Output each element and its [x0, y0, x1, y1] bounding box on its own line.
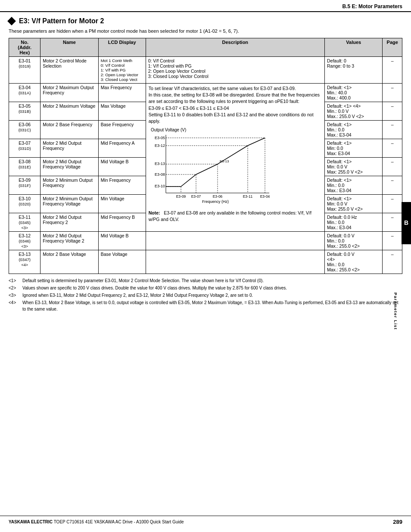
row-addr: E3-04(031A) — [9, 84, 40, 102]
footnote-3: <3> Ignored when E3-11, Motor 2 Mid Outp… — [9, 292, 402, 299]
col-header-addr: No.(Addr.Hex) — [9, 38, 40, 57]
row-lcd: Min Frequency — [98, 176, 146, 195]
row-name: Motor 2 Control Mode Selection — [40, 57, 98, 84]
row-lcd: Mid Voltage B — [98, 158, 146, 176]
sidebar-tab: B — [402, 202, 411, 244]
row-page: – — [383, 232, 402, 250]
params-table: No.(Addr.Hex) Name LCD Display Descripti… — [9, 38, 402, 274]
row-name: Motor 2 Maximum Voltage — [40, 102, 98, 121]
row-addr: E3-06(031C) — [9, 121, 40, 139]
svg-text:Output Voltage (V): Output Voltage (V) — [151, 128, 186, 132]
main-content: E3: V/f Pattern for Motor 2 These parame… — [0, 12, 411, 317]
row-name: Motor 2 Mid Output Frequency Voltage — [40, 158, 98, 176]
svg-text:Frequency (Hz): Frequency (Hz) — [202, 199, 229, 204]
row-lcd: Max Voltage — [98, 102, 146, 121]
svg-text:E3-08: E3-08 — [155, 172, 165, 177]
row-name: Motor 2 Base Voltage — [40, 250, 98, 274]
section-subtitle: These parameters are hidden when a PM mo… — [9, 28, 402, 34]
svg-text:E3-04: E3-04 — [260, 194, 270, 199]
section-title-text: E3: V/f Pattern for Motor 2 — [19, 17, 104, 25]
row-lcd: Mid Frequency A — [98, 139, 146, 158]
svg-text:E3-10: E3-10 — [155, 184, 165, 188]
row-values: Default: <1>Min: 0.0 VMax: 255.0 V <2> — [325, 158, 383, 176]
sidebar-tab-letter: B — [403, 219, 410, 227]
row-name: Motor 2 Minimum Output Frequency Voltage — [40, 195, 98, 213]
svg-text:E3-11: E3-11 — [243, 194, 252, 199]
row-values: Default: <1>Min: 0.0Max: E3-04 — [325, 139, 383, 158]
row-page: – — [383, 57, 402, 84]
row-addr: E3-01(0319) — [9, 57, 40, 84]
row-values: Default: 0.0 V<4>Min.: 0.0Max.: 255.0 <2… — [325, 250, 383, 274]
row-desc: 0: V/f Control1: V/f Control with PG2: O… — [146, 57, 324, 84]
svg-text:E3-13: E3-13 — [155, 162, 165, 166]
row-addr: E3-12(0346)<3> — [9, 232, 40, 250]
footnote-text: Ignored when E3-11, Motor 2 Mid Output F… — [22, 292, 253, 299]
row-addr: E3-09(031F) — [9, 176, 40, 195]
row-addr: E3-07(031D) — [9, 139, 40, 158]
svg-text:E3-05: E3-05 — [155, 136, 165, 140]
footer-page-number: 289 — [393, 519, 402, 525]
row-lcd: Base Frequency — [98, 121, 146, 139]
col-header-values: Values — [325, 38, 383, 57]
footnote-2: <2> Values shown are specific to 200 V c… — [9, 285, 402, 291]
svg-text:E3-07: E3-07 — [191, 194, 201, 199]
vf-chart: Output Voltage (V) E3-05 E3-12 E3-13 E3-… — [149, 126, 282, 208]
page-wrapper: B.5 E: Motor Parameters E3: V/f Pattern … — [0, 0, 411, 532]
row-lcd: Mid Frequency B — [98, 213, 146, 232]
row-page: – — [383, 102, 402, 121]
svg-text:E3-13: E3-13 — [220, 159, 229, 163]
col-header-page: Page — [383, 38, 402, 57]
footnote-1: <1> Default setting is determined by par… — [9, 277, 402, 284]
table-row: E3-01(0319) Motor 2 Control Mode Selecti… — [9, 57, 402, 84]
row-name: Motor 2 Mid Output Frequency 2 — [40, 213, 98, 232]
footnote-text: When E3-13, Motor 2 Base Voltage, is set… — [22, 299, 402, 312]
row-name: Motor 2 Mid Output Frequency — [40, 139, 98, 158]
row-page: – — [383, 158, 402, 176]
footnote-key: <2> — [9, 285, 21, 291]
page-footer: YASKAWA ELECTRIC TOEP C710616 41E YASKAW… — [0, 516, 411, 528]
row-values: Default: 0.0 HzMin.: 0.0Max.: E3-04 — [325, 213, 383, 232]
row-name: Motor 2 Mid Output Frequency Voltage 2 — [40, 232, 98, 250]
footnotes: <1> Default setting is determined by par… — [9, 277, 402, 312]
footnote-4: <4> When E3-13, Motor 2 Base Voltage, is… — [9, 299, 402, 312]
row-name: Motor 2 Maximum Output Frequency — [40, 84, 98, 102]
sidebar-label: Parameter List — [393, 292, 398, 330]
row-lcd: Min Voltage — [98, 195, 146, 213]
footnote-text: Default setting is determined by paramet… — [22, 277, 264, 284]
footnote-key: <4> — [9, 299, 21, 312]
footer-doc: TOEP C710616 41E YASKAWA AC Drive - A100… — [54, 520, 184, 524]
col-header-desc: Description — [146, 38, 324, 57]
row-name: Motor 2 Minimum Output Frequency — [40, 176, 98, 195]
svg-text:E3-09: E3-09 — [176, 194, 186, 199]
row-lcd: Base Voltage — [98, 250, 146, 274]
row-lcd: Max Frequency — [98, 84, 146, 102]
row-page: – — [383, 213, 402, 232]
table-row: E3-04(031A) Motor 2 Maximum Output Frequ… — [9, 84, 402, 102]
row-addr: E3-08(031E) — [9, 158, 40, 176]
svg-text:E3-12: E3-12 — [155, 143, 165, 148]
footnote-key: <3> — [9, 292, 21, 299]
svg-text:E3-06: E3-06 — [212, 194, 222, 199]
section-title: E3: V/f Pattern for Motor 2 — [9, 17, 402, 25]
row-lcd: Mot 1 Contr Meth0: V/f Control1: V/f wit… — [98, 57, 146, 84]
diamond-icon — [7, 17, 16, 25]
row-addr: E3-10(0320) — [9, 195, 40, 213]
table-header-row: No.(Addr.Hex) Name LCD Display Descripti… — [9, 38, 402, 57]
row-page: – — [383, 84, 402, 102]
row-addr: E3-13(0347)<4> — [9, 250, 40, 274]
row-page: – — [383, 250, 402, 274]
row-addr: E3-05(031B) — [9, 102, 40, 121]
row-page: – — [383, 176, 402, 195]
page-header: B.5 E: Motor Parameters — [0, 0, 411, 12]
col-header-lcd: LCD Display — [98, 38, 146, 57]
row-values: Default: <1>Min.: 40.0Max.: 400.0 — [325, 84, 383, 102]
table-row: E3-13(0347)<4> Motor 2 Base Voltage Base… — [9, 250, 402, 274]
row-page: – — [383, 139, 402, 158]
footer-brand: YASKAWA ELECTRIC — [9, 520, 53, 524]
header-title: B.5 E: Motor Parameters — [342, 3, 402, 9]
chart-container: Output Voltage (V) E3-05 E3-12 E3-13 E3-… — [149, 126, 322, 208]
row-desc — [146, 250, 324, 274]
row-values: Default: <1> <4>Min.: 0.0 VMax.: 255.0 V… — [325, 102, 383, 121]
row-values: Default: <1>Min.: 0.0Max.: E3-04 — [325, 176, 383, 195]
row-desc-merged: To set linear V/f characteristics, set t… — [146, 84, 324, 232]
